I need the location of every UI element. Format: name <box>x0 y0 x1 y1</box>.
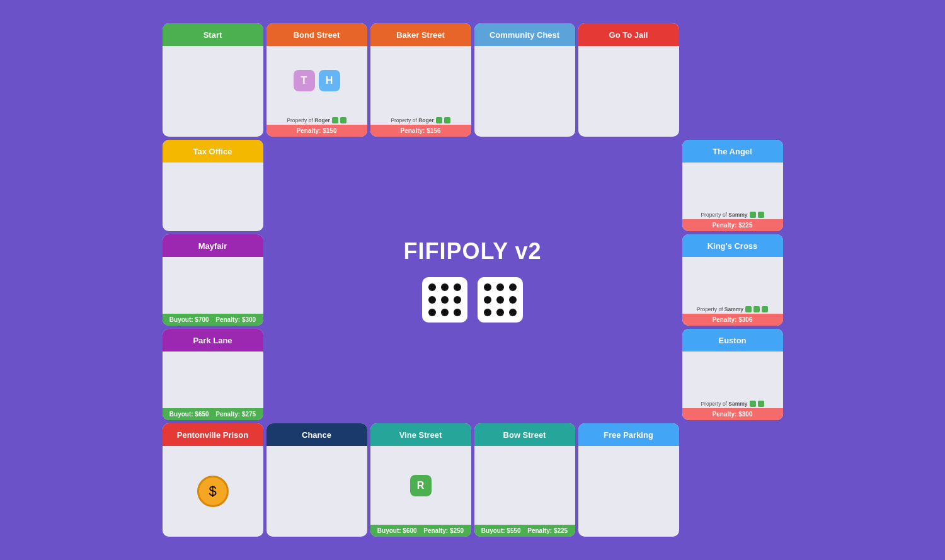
token-H: H <box>319 70 340 91</box>
cell-bow-street-header: Bow Street <box>474 423 575 446</box>
info-vine: Buyout: $600 Penalty: $250 <box>370 525 471 537</box>
pip <box>509 309 517 316</box>
game-title: FIFIPOLY v2 <box>403 238 541 265</box>
property-footer-bond: Property of Roger <box>266 115 367 125</box>
cell-euston-header: Euston <box>682 329 783 351</box>
pip <box>441 309 449 316</box>
cell-free-parking: Free Parking <box>578 423 679 537</box>
game-center: FIFIPOLY v2 <box>266 140 679 420</box>
token-T: T <box>294 70 315 91</box>
pip <box>454 283 461 291</box>
cell-vine-street: Vine Street R Buyout: $600 Penalty: $250 <box>370 423 471 537</box>
pip <box>428 309 436 316</box>
cell-kings-cross: King's Cross Property of Sammy Penalty: … <box>682 234 783 326</box>
penalty-bond: Penalty: $150 <box>266 125 367 137</box>
cell-community-chest-header: Community Chest <box>474 23 575 46</box>
cell-mayfair-header: Mayfair <box>163 234 263 257</box>
penalty-kings: Penalty: $306 <box>682 314 783 326</box>
cell-bow-street: Bow Street Buyout: $550 Penalty: $225 <box>474 423 575 537</box>
cell-tax-office-header: Tax Office <box>163 140 263 163</box>
cell-tax-office: Tax Office <box>163 140 263 231</box>
cell-park-lane-header: Park Lane <box>163 329 263 351</box>
cell-kings-cross-header: King's Cross <box>682 234 783 257</box>
property-footer-kings: Property of Sammy <box>682 304 783 314</box>
info-park-lane: Buyout: $650 Penalty: $275 <box>163 408 263 420</box>
pip <box>441 283 449 291</box>
token-R: R <box>410 475 432 496</box>
prison-icon: $ <box>194 472 232 510</box>
cell-go-to-jail: Go To Jail <box>578 23 679 137</box>
pip <box>454 296 461 304</box>
cell-community-chest: Community Chest <box>474 23 575 137</box>
penalty-angel: Penalty: $225 <box>682 219 783 231</box>
cell-baker-street: Baker Street Property of Roger Penalty: … <box>370 23 471 137</box>
penalty-euston: Penalty: $300 <box>682 408 783 420</box>
cell-park-lane: Park Lane Buyout: $650 Penalty: $275 <box>163 329 263 420</box>
info-mayfair: Buyout: $700 Penalty: $300 <box>163 314 263 326</box>
cell-free-parking-header: Free Parking <box>578 423 679 446</box>
cell-go-to-jail-header: Go To Jail <box>578 23 679 46</box>
cell-bond-street: Bond Street T H Property of Roger Penalt… <box>266 23 367 137</box>
die-2[interactable] <box>478 277 523 323</box>
cell-start: Start <box>163 23 263 137</box>
penalty-baker: Penalty: $156 <box>370 125 471 137</box>
cell-chance-header: Chance <box>266 423 367 446</box>
pip <box>428 283 436 291</box>
property-footer-baker: Property of Roger <box>370 115 471 125</box>
pip <box>509 296 517 304</box>
property-footer-angel: Property of Sammy <box>682 210 783 219</box>
cell-the-angel: The Angel Property of Sammy Penalty: $22… <box>682 140 783 231</box>
cell-chance: Chance <box>266 423 367 537</box>
pip <box>484 283 491 291</box>
cell-baker-street-header: Baker Street <box>370 23 471 46</box>
pip <box>484 309 491 316</box>
pip <box>496 296 504 304</box>
dice-area[interactable] <box>422 277 523 323</box>
pip <box>496 309 504 316</box>
pip <box>441 296 449 304</box>
info-bow: Buyout: $550 Penalty: $225 <box>474 525 575 537</box>
pip <box>496 283 504 291</box>
cell-vine-street-header: Vine Street <box>370 423 471 446</box>
die-1[interactable] <box>422 277 467 323</box>
pip <box>454 309 461 316</box>
cell-the-angel-header: The Angel <box>682 140 783 163</box>
property-footer-euston: Property of Sammy <box>682 399 783 408</box>
cell-bond-street-header: Bond Street <box>266 23 367 46</box>
token-row: T H <box>294 70 340 91</box>
pip <box>484 296 491 304</box>
cell-start-header: Start <box>163 23 263 46</box>
pip <box>509 283 517 291</box>
cell-euston: Euston Property of Sammy Penalty: $300 <box>682 329 783 420</box>
cell-pentonville-header: Pentonville Prison <box>163 423 263 446</box>
cell-pentonville: Pentonville Prison $ <box>163 423 263 537</box>
cell-mayfair: Mayfair Buyout: $700 Penalty: $300 <box>163 234 263 326</box>
pip <box>428 296 436 304</box>
game-board: Start Bond Street T H Property of Roger … <box>163 23 783 537</box>
